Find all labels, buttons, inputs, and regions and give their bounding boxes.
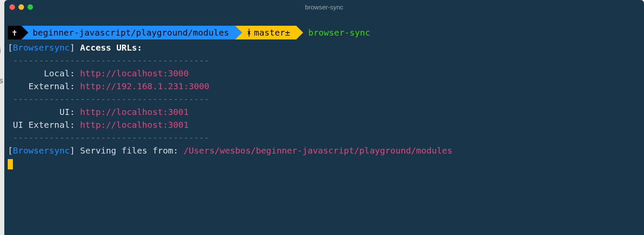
external-label: External: — [8, 81, 80, 91]
minimize-icon[interactable] — [18, 4, 24, 10]
serving-line: [Browsersync] Serving files from: /Users… — [8, 144, 641, 157]
cursor-icon — [8, 159, 13, 169]
ui-url-line: UI: http://localhost:3001 — [8, 105, 641, 118]
browsersync-tag: Browsersync — [13, 42, 70, 53]
ui-external-label: UI External: — [8, 120, 80, 130]
external-url-line: External: http://192.168.1.231:3000 — [8, 80, 641, 93]
bracket-open-2: [ — [8, 145, 13, 156]
local-label: Local: — [8, 68, 80, 78]
divider-top: -------------------------------------- — [8, 54, 641, 67]
git-branch-name: master± — [254, 26, 290, 39]
output-header-line: [Browsersync] Access URLs: — [8, 41, 641, 54]
window-title: browser-sync — [305, 3, 343, 11]
cross-icon: ✝ — [12, 26, 17, 39]
maximize-icon[interactable] — [27, 4, 33, 10]
git-branch-icon: ᚼ — [246, 26, 252, 39]
local-url[interactable]: http://localhost:3000 — [80, 68, 189, 78]
prompt-line: ✝ beginner-javascript/playground/modules… — [8, 26, 641, 39]
prompt-segment-status: ✝ — [8, 26, 21, 39]
page-artifact-i: i — [0, 46, 1, 55]
bracket-close: ] — [70, 42, 75, 53]
ui-label: UI: — [8, 107, 80, 117]
prompt-segment-path: beginner-javascript/playground/modules — [21, 26, 235, 39]
browsersync-tag-2: Browsersync — [13, 145, 70, 156]
external-url[interactable]: http://192.168.1.231:3000 — [80, 81, 210, 91]
traffic-lights — [9, 4, 33, 10]
local-url-line: Local: http://localhost:3000 — [8, 67, 641, 80]
divider-mid: -------------------------------------- — [8, 93, 641, 105]
ui-external-url-line: UI External: http://localhost:3001 — [8, 118, 641, 131]
serving-path: /Users/wesbos/beginner-javascript/playgr… — [183, 145, 452, 156]
prompt-segment-branch: ᚼ master± — [235, 26, 296, 39]
titlebar: browser-sync — [4, 0, 644, 14]
access-urls-label: Access URLs: — [80, 42, 143, 53]
bracket-open: [ — [8, 42, 13, 53]
divider-bot: -------------------------------------- — [8, 131, 641, 144]
bracket-close-2: ] — [70, 145, 75, 156]
serving-label: Serving files from: — [75, 145, 184, 156]
ui-url[interactable]: http://localhost:3001 — [80, 107, 189, 117]
terminal-body[interactable]: ✝ beginner-javascript/playground/modules… — [4, 14, 644, 173]
cursor-line — [8, 157, 641, 170]
terminal-window: browser-sync ✝ beginner-javascript/playg… — [4, 0, 644, 235]
command-text: browser-sync — [296, 26, 371, 39]
page-artifact-s: s — [0, 76, 3, 85]
ui-external-url[interactable]: http://localhost:3001 — [80, 120, 189, 130]
close-icon[interactable] — [9, 4, 15, 10]
